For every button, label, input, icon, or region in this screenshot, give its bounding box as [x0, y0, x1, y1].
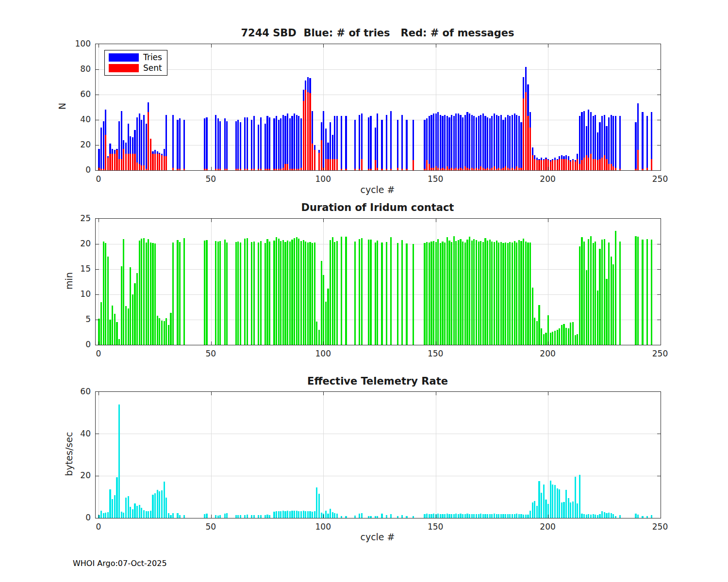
bar-rate-cycle-16 [134, 503, 135, 518]
bar-duration-cycle-57 [226, 242, 228, 345]
bar-sent-cycle-130 [390, 169, 392, 170]
bar-tries-cycle-163 [464, 115, 466, 170]
bar-sent-cycle-72 [260, 169, 262, 170]
bar-tries-cycle-147 [429, 116, 430, 170]
bar-duration-cycle-161 [460, 239, 461, 345]
bar-duration-cycle-186 [516, 242, 517, 345]
bar-rate-cycle-102 [327, 514, 329, 518]
bar-duration-cycle-214 [579, 246, 580, 345]
bar-rate-cycle-91 [303, 511, 304, 518]
bar-rate-cycle-203 [554, 485, 556, 518]
bar-rate-cycle-246 [651, 515, 652, 518]
bar-duration-cycle-93 [307, 242, 309, 345]
bar-rate-cycle-72 [260, 515, 262, 518]
bar-duration-cycle-25 [154, 243, 156, 345]
bar-rate-cycle-8 [116, 477, 117, 518]
bar-duration-cycle-32 [170, 313, 171, 345]
bar-sent-cycle-193 [532, 155, 533, 170]
bar-tries-cycle-90 [300, 118, 302, 170]
bar-duration-cycle-213 [577, 334, 578, 345]
bar-duration-cycle-228 [611, 257, 612, 345]
bar-rate-cycle-153 [442, 514, 443, 518]
bar-sent-cycle-152 [440, 169, 441, 170]
bar-tries-cycle-21 [146, 124, 147, 170]
bar-duration-cycle-201 [550, 333, 551, 345]
bar-duration-cycle-116 [359, 239, 360, 345]
y-tick [657, 120, 661, 120]
bar-rate-cycle-38 [183, 515, 185, 518]
bar-rate-cycle-108 [341, 516, 342, 518]
y-tick-label: 5 [66, 314, 91, 324]
telemetry-rate-ylabel: bytes/sec [64, 432, 74, 476]
x-gridline [211, 219, 212, 345]
bar-rate-cycle-207 [563, 502, 564, 518]
bar-rate-cycle-27 [159, 491, 160, 518]
bar-tries-cycle-38 [183, 120, 185, 170]
bar-rate-cycle-133 [397, 516, 398, 518]
y-tick [657, 145, 661, 146]
y-tick-label: 0 [66, 165, 91, 175]
bar-sent-cycle-155 [447, 166, 448, 170]
bar-tries-cycle-53 [217, 118, 219, 170]
bar-duration-cycle-114 [354, 242, 356, 345]
bar-sent-cycle-207 [563, 159, 564, 170]
bar-sent-cycle-94 [309, 93, 311, 170]
bar-sent-cycle-54 [219, 169, 221, 170]
bar-rate-cycle-135 [401, 515, 403, 518]
telemetry-rate-xlabel: cycle # [95, 532, 660, 542]
bar-rate-cycle-174 [489, 514, 491, 518]
bar-duration-cycle-71 [258, 242, 259, 345]
bar-duration-cycle-199 [545, 333, 546, 345]
bar-sent-cycle-62 [237, 169, 239, 170]
bar-rate-cycle-68 [251, 515, 252, 518]
bar-sent-cycle-210 [570, 162, 571, 170]
bar-rate-cycle-210 [570, 502, 571, 518]
bar-sent-cycle-52 [215, 169, 216, 170]
bar-tries-cycle-168 [476, 117, 477, 170]
bar-sent-cycle-239 [635, 169, 636, 170]
x-tick [436, 219, 436, 222]
bar-tries-cycle-150 [435, 113, 437, 170]
bar-sent-cycle-61 [235, 169, 237, 170]
bar-sent-cycle-3 [105, 135, 106, 170]
bar-duration-cycle-23 [150, 242, 151, 345]
bar-rate-cycle-86 [291, 511, 293, 518]
bar-sent-cycle-22 [148, 112, 149, 170]
y-tick-label: 60 [66, 89, 91, 99]
bar-duration-cycle-78 [273, 241, 275, 345]
x-tick-label: 100 [315, 522, 331, 532]
bar-duration-cycle-232 [619, 242, 621, 345]
bar-tries-cycle-228 [611, 115, 612, 170]
bar-tries-cycle-87 [294, 113, 295, 170]
bar-tries-cycle-52 [215, 115, 216, 170]
bar-rate-cycle-96 [314, 511, 315, 518]
y-tick-label: 20 [66, 140, 91, 149]
x-gridline [323, 392, 324, 518]
bar-rate-cycle-165 [469, 514, 470, 518]
bar-sent-cycle-220 [593, 159, 594, 170]
bar-duration-cycle-160 [458, 240, 459, 345]
bar-sent-cycle-169 [478, 169, 480, 170]
bar-tries-cycle-161 [460, 115, 461, 170]
bar-rate-cycle-244 [646, 516, 648, 518]
bar-tries-cycle-35 [177, 120, 178, 170]
bar-duration-cycle-102 [327, 289, 329, 345]
y-tick-label: 60 [66, 387, 91, 396]
y-tick-label: 80 [66, 64, 91, 74]
bar-tries-cycle-85 [289, 118, 291, 170]
bar-duration-cycle-20 [143, 238, 145, 345]
bar-rate-cycle-65 [244, 515, 246, 518]
bar-rate-cycle-164 [466, 514, 468, 518]
bar-rate-cycle-187 [518, 514, 520, 518]
bar-duration-cycle-121 [370, 240, 371, 345]
bar-duration-cycle-54 [219, 241, 221, 345]
y-tick [96, 434, 99, 434]
bar-sent-cycle-165 [469, 169, 470, 170]
bar-rate-cycle-137 [406, 516, 407, 518]
y-tick [657, 244, 661, 244]
bar-duration-cycle-178 [498, 242, 499, 345]
bar-duration-cycle-26 [157, 316, 158, 345]
bar-rate-cycle-169 [478, 514, 480, 518]
bar-duration-cycle-47 [204, 241, 205, 345]
bar-rate-cycle-82 [282, 511, 284, 518]
